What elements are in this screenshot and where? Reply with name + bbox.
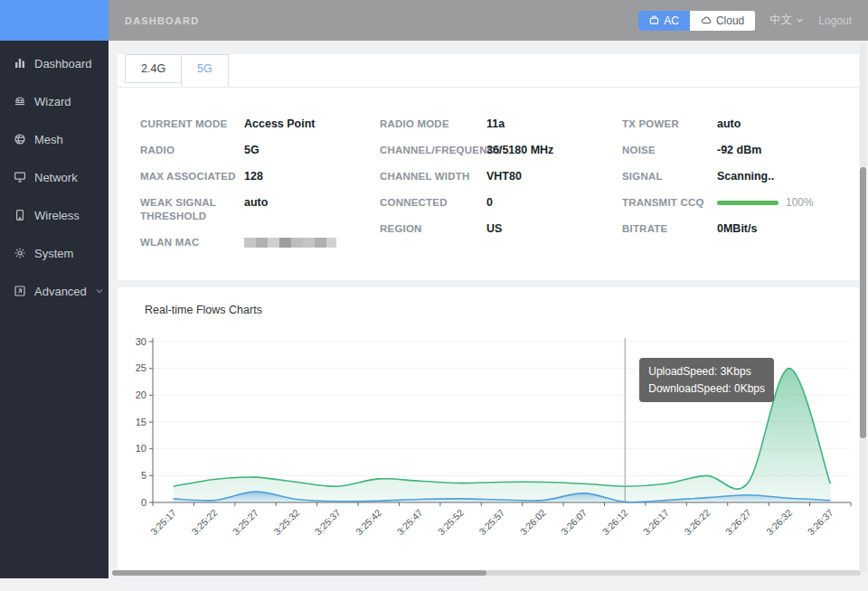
mesh-icon <box>14 133 26 145</box>
svg-text:3:26:32: 3:26:32 <box>764 507 794 537</box>
sidebar-item-dashboard[interactable]: Dashboard <box>0 44 108 82</box>
horizontal-scrollbar-thumb[interactable] <box>112 570 486 576</box>
status-value: 36/5180 MHz <box>486 144 553 157</box>
status-value: 0 <box>486 196 493 210</box>
status-value: US <box>486 222 502 236</box>
status-label: CHANNEL WIDTH <box>380 170 486 183</box>
status-value: 5G <box>244 144 259 157</box>
svg-text:25: 25 <box>136 362 146 373</box>
status-label: RADIO <box>140 144 244 157</box>
status-row: TRANSMIT CCQ100% <box>622 196 845 210</box>
svg-text:3:26:27: 3:26:27 <box>723 507 753 537</box>
main-content: 2.4G5G CURRENT MODEAccess PointRADIO5GMA… <box>108 41 868 578</box>
flows-chart: Real-time Flows Charts 0510152025303:25:… <box>131 334 862 544</box>
status-label: SIGNAL <box>622 170 717 183</box>
status-label: MAX ASSOCIATED <box>140 170 244 183</box>
status-row: WLAN MAC <box>140 236 380 249</box>
tab-5g[interactable]: 5G <box>181 54 229 87</box>
svg-text:3:25:47: 3:25:47 <box>394 507 424 537</box>
chevron-down-icon <box>95 285 104 298</box>
sidebar: DashboardWizardMeshNetworkWirelessSystem… <box>0 0 108 578</box>
ccq-progress-percent: 100% <box>786 196 814 210</box>
sidebar-menu: DashboardWizardMeshNetworkWirelessSystem… <box>0 41 108 310</box>
sidebar-item-wizard[interactable]: Wizard <box>0 82 108 120</box>
horizontal-scrollbar[interactable] <box>112 570 861 576</box>
status-label: CONNECTED <box>380 196 486 210</box>
status-label: BITRATE <box>622 222 717 236</box>
vertical-scrollbar[interactable] <box>860 42 866 572</box>
status-row: CONNECTED0 <box>380 196 622 210</box>
status-row: RADIO5G <box>140 144 380 157</box>
status-row: CHANNEL/FREQUENCY36/5180 MHz <box>380 144 622 157</box>
status-label: CURRENT MODE <box>140 117 244 131</box>
band-tabs: 2.4G5G <box>118 54 859 88</box>
svg-text:3:25:27: 3:25:27 <box>231 507 260 537</box>
logo <box>0 0 108 41</box>
chart-card: Real-time Flows Charts 0510152025303:25:… <box>118 287 859 571</box>
sidebar-item-label: Wizard <box>34 95 71 108</box>
status-label: NOISE <box>622 144 717 157</box>
status-label: TRANSMIT CCQ <box>622 196 717 210</box>
status-value: Scanning.. <box>717 170 774 183</box>
wireless-icon <box>14 209 26 221</box>
svg-text:3:25:37: 3:25:37 <box>313 507 343 537</box>
cloud-mode-label: Cloud <box>716 14 744 27</box>
page-title: DASHBOARD <box>125 15 199 26</box>
ac-mode-button[interactable]: AC <box>638 11 690 31</box>
sidebar-item-wireless[interactable]: Wireless <box>0 196 108 234</box>
status-value: auto <box>244 196 268 210</box>
status-row: RADIO MODE11a <box>380 117 622 131</box>
status-grid: CURRENT MODEAccess PointRADIO5GMAX ASSOC… <box>140 117 845 262</box>
svg-text:3:25:42: 3:25:42 <box>354 507 383 537</box>
svg-text:3:26:17: 3:26:17 <box>641 507 671 537</box>
svg-text:0: 0 <box>141 497 146 508</box>
sidebar-item-network[interactable]: Network <box>0 158 108 196</box>
sidebar-item-label: Advanced <box>34 285 87 298</box>
cloud-mode-button[interactable]: Cloud <box>690 11 755 31</box>
svg-text:20: 20 <box>136 389 146 400</box>
top-header: DASHBOARD AC Cloud 中文 Logout <box>108 0 868 41</box>
flows-chart-svg[interactable]: 0510152025303:25:173:25:223:25:273:25:32… <box>131 334 862 544</box>
svg-text:3:26:22: 3:26:22 <box>682 507 712 537</box>
status-label: TX POWER <box>622 117 717 131</box>
status-value: 100% <box>717 196 814 210</box>
status-value: 128 <box>244 170 263 183</box>
svg-text:3:25:57: 3:25:57 <box>476 507 506 537</box>
status-row: BITRATE0MBit/s <box>622 222 845 236</box>
sidebar-item-label: Mesh <box>34 133 63 146</box>
sidebar-item-system[interactable]: System <box>0 234 108 272</box>
status-label: WLAN MAC <box>140 236 244 249</box>
sidebar-item-label: Wireless <box>34 209 80 222</box>
svg-text:3:26:37: 3:26:37 <box>805 507 835 537</box>
svg-text:3:26:12: 3:26:12 <box>599 507 629 537</box>
ac-mode-label: AC <box>664 14 679 27</box>
status-value: 11a <box>486 117 505 131</box>
wizard-icon <box>14 95 26 108</box>
status-row: NOISE-92 dBm <box>622 144 845 157</box>
cloud-icon <box>701 15 712 25</box>
system-icon <box>14 247 26 259</box>
language-label: 中文 <box>769 13 792 28</box>
sidebar-item-advanced[interactable]: Advanced <box>0 272 108 310</box>
status-column: CURRENT MODEAccess PointRADIO5GMAX ASSOC… <box>140 117 380 262</box>
redacted-mac-value <box>244 238 336 248</box>
ccq-progress-bar <box>717 201 778 205</box>
chevron-down-icon <box>796 16 804 24</box>
tab-2.4g[interactable]: 2.4G <box>125 54 182 83</box>
svg-text:3:26:02: 3:26:02 <box>518 507 548 537</box>
language-selector[interactable]: 中文 <box>769 13 804 28</box>
status-card: 2.4G5G CURRENT MODEAccess PointRADIO5GMA… <box>118 54 859 280</box>
status-value: VHT80 <box>486 170 522 183</box>
sidebar-item-label: Network <box>34 171 78 184</box>
status-row: SIGNALScanning.. <box>622 170 845 183</box>
vertical-scrollbar-thumb[interactable] <box>860 167 866 438</box>
status-row: CHANNEL WIDTHVHT80 <box>380 170 622 183</box>
logout-button[interactable]: Logout <box>818 14 852 27</box>
svg-text:3:25:32: 3:25:32 <box>271 507 301 537</box>
svg-text:3:25:17: 3:25:17 <box>148 507 178 537</box>
network-icon <box>14 171 26 183</box>
status-value: auto <box>717 117 741 131</box>
header-actions: AC Cloud 中文 Logout <box>638 11 852 31</box>
sidebar-item-mesh[interactable]: Mesh <box>0 120 108 158</box>
mode-toggle: AC Cloud <box>638 11 755 31</box>
